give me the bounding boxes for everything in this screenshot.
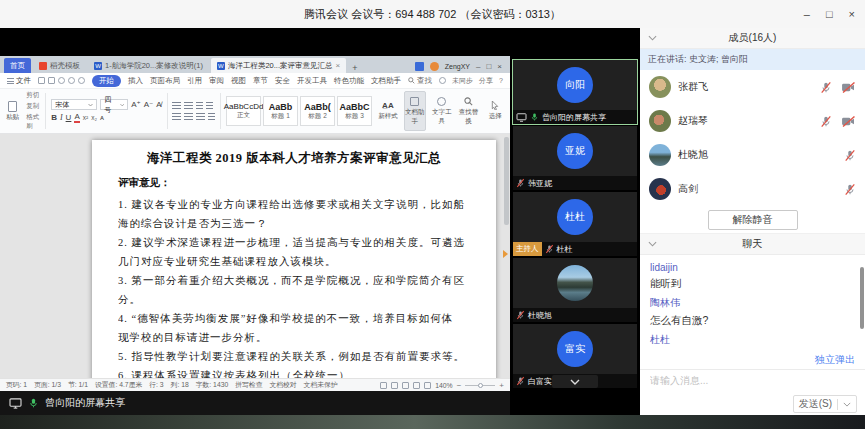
camera-off-icon[interactable] [841, 116, 856, 127]
paste-button[interactable]: 粘贴 [4, 91, 21, 131]
chat-input[interactable] [640, 370, 865, 386]
zoom-in-button[interactable]: + [499, 381, 504, 390]
redo-icon[interactable] [78, 77, 85, 84]
view-mode-icon[interactable] [402, 382, 409, 389]
chat-header[interactable]: 聊天 [640, 234, 865, 255]
italic-button[interactable]: I [60, 114, 63, 122]
doc-assistant-button[interactable]: 文档助手 [404, 91, 426, 131]
member-row[interactable]: 杜晓旭 [640, 138, 865, 172]
cut-button[interactable]: 剪切 [26, 91, 40, 100]
format-brush-button[interactable]: 格式刷 [26, 113, 40, 131]
menu-tab-insert[interactable]: 插入 [128, 76, 143, 86]
zoom-slider-knob[interactable] [478, 383, 483, 388]
save-icon[interactable] [38, 77, 45, 84]
style-heading3[interactable]: AaBbC 标题 3 [337, 96, 372, 126]
wps-account-avatar[interactable] [430, 62, 439, 71]
subscript-button[interactable]: x₂ [91, 115, 97, 122]
menu-tab-references[interactable]: 引用 [187, 76, 202, 86]
document-scrollbar[interactable] [504, 137, 509, 225]
menu-find[interactable]: 查找 [408, 76, 432, 86]
bold-button[interactable]: B [51, 114, 57, 122]
select-button[interactable]: 选择 [484, 91, 506, 131]
new-tab-button[interactable]: + [348, 63, 361, 73]
menu-tab-view[interactable]: 视图 [231, 76, 246, 86]
clear-format-button[interactable]: A̸ [156, 101, 161, 109]
menu-tab-security[interactable]: 安全 [275, 76, 290, 86]
video-tile[interactable]: 向阳 曾向阳的屏幕共享 [513, 60, 637, 124]
style-heading2[interactable]: AaBb( 标题 2 [300, 96, 335, 126]
scroll-down-videos-button[interactable] [552, 375, 598, 388]
close-tab-icon[interactable] [336, 61, 341, 70]
mic-muted-icon[interactable] [820, 115, 832, 128]
maximize-button[interactable]: □ [826, 9, 833, 20]
view-mode-icon[interactable] [380, 382, 387, 389]
zoom-slider[interactable] [465, 385, 495, 386]
text-tool-button[interactable]: 文字工具 [431, 91, 453, 131]
zoom-out-button[interactable]: − [457, 381, 462, 390]
superscript-button[interactable]: x² [83, 115, 88, 122]
find-replace-button[interactable]: 查找替换 [458, 91, 480, 131]
member-row[interactable]: 高剑 [640, 172, 865, 206]
menu-tab-review[interactable]: 审阅 [209, 76, 224, 86]
wps-account-name[interactable]: ZengXY [445, 63, 470, 70]
chevron-down-icon[interactable] [843, 402, 851, 407]
camera-off-icon[interactable] [841, 82, 856, 93]
indent-icon[interactable] [206, 102, 213, 110]
mic-muted-icon[interactable] [820, 81, 832, 94]
mic-muted-icon[interactable] [844, 149, 856, 162]
menu-tab-page-layout[interactable]: 页面布局 [150, 76, 180, 86]
chat-scrollbar[interactable] [860, 267, 864, 329]
sync-status[interactable]: 未同步 [452, 76, 473, 86]
menu-tab-doc-assistant[interactable]: 文档助手 [371, 76, 401, 86]
align-center-icon[interactable] [184, 113, 193, 121]
preview-icon[interactable] [58, 77, 65, 84]
mic-muted-icon[interactable] [844, 183, 856, 196]
apps-grid-icon[interactable] [415, 62, 424, 71]
unmute-button[interactable]: 解除静音 [708, 210, 798, 230]
font-color-button[interactable]: A [74, 113, 79, 123]
wps-close-icon[interactable] [497, 62, 502, 71]
document-area[interactable]: 海洋工程类 2019 版本科人才培养方案评审意见汇总 评审意见： 1. 建议各专… [0, 134, 510, 378]
shrink-font-button[interactable]: A⁻ [144, 101, 154, 109]
members-header[interactable]: 成员(16人) [640, 28, 865, 49]
menu-tab-start[interactable]: 开始 [92, 75, 121, 87]
wps-tab-home[interactable]: 首页 [4, 58, 31, 73]
line-spacing-icon[interactable] [208, 113, 215, 121]
style-normal[interactable]: AaBbCcDd 正文 [226, 96, 261, 126]
video-tile[interactable]: 亚妮 韩亚妮 [513, 126, 637, 190]
video-tile[interactable]: 杜晓旭 [513, 258, 637, 322]
view-mode-icon[interactable] [391, 382, 398, 389]
bullet-list-icon[interactable] [172, 102, 181, 110]
sync-icon[interactable] [439, 77, 446, 84]
numbered-list-icon[interactable] [184, 102, 193, 110]
wps-restore-icon[interactable] [486, 62, 491, 71]
send-button[interactable]: 发送(S) [793, 395, 857, 413]
member-row[interactable]: 张群飞 [640, 70, 865, 104]
menu-tab-special-features[interactable]: 特色功能 [334, 76, 364, 86]
member-row[interactable]: 赵瑞琴 [640, 104, 865, 138]
underline-button[interactable]: U [66, 114, 72, 122]
font-size-select[interactable]: 四号 [100, 99, 128, 110]
wps-tab-docer[interactable]: 稻壳模板 [33, 58, 86, 73]
undo-icon[interactable] [68, 77, 75, 84]
help-icon[interactable]: ? [499, 77, 503, 84]
view-mode-icon[interactable] [424, 382, 431, 389]
next-page-arrow-icon[interactable] [503, 250, 508, 258]
new-style-button[interactable]: A̲A 新样式 [377, 91, 399, 131]
align-left-icon[interactable] [172, 113, 181, 121]
video-tile[interactable]: 杜杜 主持人 杜杜 [513, 192, 637, 256]
share-doc-button[interactable]: 分享 [479, 76, 493, 86]
wps-tab-doc2-active[interactable]: 海洋工程类20...案评审意见汇总 [211, 58, 346, 73]
status-proofread[interactable]: 文档校对 [269, 380, 296, 390]
align-right-icon[interactable] [196, 113, 205, 121]
copy-button[interactable]: 复制 [26, 102, 40, 111]
close-button[interactable]: × [849, 9, 855, 20]
menu-tab-section[interactable]: 章节 [253, 76, 268, 86]
menu-file[interactable]: 文件 [7, 76, 31, 86]
wps-tab-doc1[interactable]: 1-航海学院20...案修改说明(1) [88, 58, 209, 73]
style-heading1[interactable]: AaBb 标题 1 [263, 96, 298, 126]
outdent-icon[interactable] [196, 102, 203, 110]
font-name-select[interactable]: 宋体 [51, 99, 97, 110]
grow-font-button[interactable]: A⁺ [131, 101, 141, 109]
zoom-level[interactable]: 140% [435, 382, 452, 389]
